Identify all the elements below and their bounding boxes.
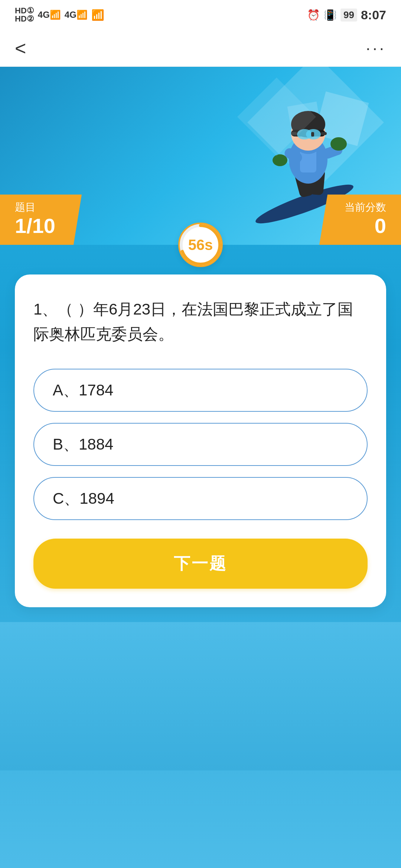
- nav-bar: < ···: [0, 30, 401, 67]
- svg-rect-16: [291, 132, 297, 135]
- back-button[interactable]: <: [15, 39, 26, 58]
- score-label: 当前分数: [334, 200, 386, 214]
- option-b-label: B、1884: [53, 435, 113, 453]
- bottom-area: [0, 622, 401, 770]
- option-c[interactable]: C、1894: [33, 477, 368, 520]
- alarm-icon: ⏰: [307, 9, 320, 21]
- quiz-card: 1、（ ）年6月23日，在法国巴黎正式成立了国际奥林匹克委员会。 A、1784 …: [15, 274, 386, 607]
- signal-4g-1: 4G📶: [38, 10, 61, 20]
- more-button[interactable]: ···: [366, 39, 386, 57]
- option-a-label: A、1784: [53, 381, 113, 399]
- svg-point-19: [273, 154, 287, 166]
- hero-banner: 题目 1/10 当前分数 0: [0, 67, 401, 245]
- question-text: 1、（ ）年6月23日，在法国巴黎正式成立了国际奥林匹克委员会。: [33, 297, 368, 346]
- status-bar: HD①HD② 4G📶 4G📶 📶 ⏰ 📳 99 8:07: [0, 0, 401, 30]
- battery-indicator: 99: [340, 9, 357, 22]
- option-c-label: C、1894: [53, 490, 114, 507]
- svg-point-18: [330, 137, 347, 151]
- options-list: A、1784 B、1884 C、1894: [33, 369, 368, 520]
- svg-rect-17: [321, 132, 327, 135]
- status-right: ⏰ 📳 99 8:07: [307, 8, 386, 22]
- question-label: 题目: [15, 200, 67, 214]
- wifi-icon: 📶: [91, 9, 104, 21]
- timer-text: 56s: [188, 237, 213, 253]
- hd-icon: HD①HD②: [15, 7, 34, 23]
- vibrate-icon: 📳: [324, 9, 337, 21]
- svg-rect-15: [311, 132, 314, 137]
- signal-4g-2: 4G📶: [65, 10, 88, 20]
- option-b[interactable]: B、1884: [33, 423, 368, 466]
- time-display: 8:07: [361, 8, 386, 22]
- next-button[interactable]: 下一题: [33, 539, 368, 589]
- status-network: HD①HD② 4G📶 4G📶 📶: [15, 7, 104, 23]
- option-a[interactable]: A、1784: [33, 369, 368, 412]
- timer-circle: 56s: [178, 223, 223, 267]
- timer-container: 56s: [0, 223, 401, 267]
